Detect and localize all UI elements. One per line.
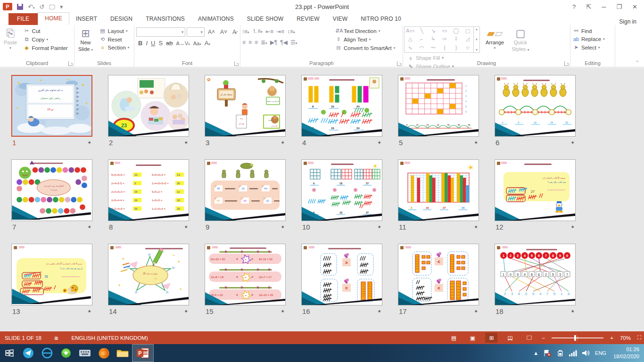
slide-thumbnail-18[interactable]: 1234567890 1094862537 2360947518 18✶ — [495, 244, 576, 315]
slide-thumbnail-4[interactable]: 8 16 24 8 16 24 4✶ — [301, 75, 382, 147]
internet-explorer-icon[interactable] — [38, 344, 57, 362]
start-slideshow-icon[interactable]: 🖵 — [49, 4, 55, 10]
slide-thumbnail-11[interactable]: ☀ 9 18 27 36 11✶ — [398, 159, 479, 231]
power-battery-icon[interactable] — [556, 350, 564, 356]
new-slide-button[interactable]: ⊞ New Slide ▾ — [75, 26, 96, 54]
powerpoint-taskbar-icon[interactable]: P — [132, 344, 154, 362]
slide-thumbnail-9[interactable]: 45 19 44 57 34 20 9✶ — [205, 159, 286, 231]
undo-icon[interactable]: ↶▾ — [28, 4, 34, 10]
drawing-dialog-launcher[interactable]: ↘ — [564, 61, 569, 66]
replace-button[interactable]: abReplace▾ — [571, 36, 606, 42]
animation-star-icon[interactable]: ✶ — [571, 224, 575, 230]
slide-thumbnail-6[interactable]: 05101520 6✶ — [495, 75, 576, 147]
cut-button[interactable]: ✂Cut — [22, 27, 69, 34]
reset-button[interactable]: ⟲Reset — [98, 36, 131, 43]
zoom-in-icon[interactable]: + — [610, 335, 613, 341]
arrange-button[interactable]: ▰▱ Arrange▾ — [483, 26, 507, 51]
clock[interactable]: 01:26 18/02/2020 — [611, 346, 639, 360]
animation-star-icon[interactable]: ✶ — [571, 140, 575, 145]
animation-star-icon[interactable]: ✶ — [378, 224, 381, 230]
help-icon[interactable]: ? — [572, 3, 576, 10]
animation-star-icon[interactable]: ✶ — [281, 224, 285, 230]
volume-icon[interactable] — [582, 350, 590, 356]
quick-styles-button[interactable]: ▢ Quick Styles ▾ — [509, 26, 532, 54]
animation-star-icon[interactable]: ✶ — [571, 309, 575, 314]
file-explorer-icon[interactable] — [113, 344, 132, 362]
align-text-button[interactable]: ⇳Align Text▾ — [334, 36, 396, 43]
underline-button[interactable]: U — [151, 40, 155, 47]
notes-toggle-icon[interactable]: ▤ — [447, 333, 460, 343]
animation-star-icon[interactable]: ✶ — [184, 140, 188, 145]
sign-in-link[interactable]: Sign in — [619, 18, 644, 25]
slide-thumbnail-13[interactable]: مريم 9 كتاب داستان و 27 كتاب علمی دارد، … — [11, 244, 92, 315]
on-screen-keyboard-icon[interactable] — [75, 344, 94, 362]
justify-button[interactable]: ≣▾ — [261, 39, 267, 46]
fit-slide-icon[interactable]: ⛶ — [637, 335, 641, 341]
zoom-out-icon[interactable]: − — [542, 335, 545, 341]
close-icon[interactable]: ✕ — [632, 3, 637, 10]
strikethrough-button[interactable]: ab — [166, 40, 173, 47]
slide-thumbnail-12[interactable]: سپيده 8 كتاب داستان دارد، چند كتاب ديگر … — [495, 159, 576, 231]
clipboard-dialog-launcher[interactable]: ↘ — [68, 61, 73, 66]
start-button[interactable] — [0, 344, 19, 362]
view-reading-icon[interactable]: 🕮 — [504, 333, 516, 343]
shapes-gallery[interactable]: A▭╲↘▭◯▢ △⌐↳⇨⇩◿ ∿◠〜{}☆ — [404, 26, 474, 53]
tab-nitro-pro[interactable]: NITRO PRO 10 — [354, 13, 408, 25]
animation-star-icon[interactable]: ✶ — [474, 309, 478, 314]
animation-star-icon[interactable]: ✶ — [88, 224, 91, 230]
restore-icon[interactable]: ❐ — [616, 3, 622, 10]
slide-thumbnail-3[interactable]: ✿ مسئله حل كن فرمان و درسها مدادقلم كار … — [205, 75, 286, 147]
action-center-flag-icon[interactable] — [544, 350, 551, 357]
decrease-indent-button[interactable]: ⇤≡ — [265, 28, 273, 35]
save-icon[interactable] — [17, 4, 23, 10]
slide-thumbnail-7[interactable]: آشكارساز دوره بازی چندبچرخيد ؟ 7✶ — [11, 159, 92, 231]
slide-thumbnail-2[interactable]: 23 2✶ — [108, 75, 189, 147]
tab-animations[interactable]: ANIMATIONS — [191, 13, 240, 25]
align-center-button[interactable]: ≡ — [248, 39, 252, 46]
animation-star-icon[interactable]: ✶ — [474, 140, 478, 145]
align-left-button[interactable]: ≡ — [242, 39, 246, 46]
increase-indent-button[interactable]: ⇥≡ — [276, 28, 284, 35]
language-indicator[interactable]: ENGLISH (UNITED KINGDOM) — [71, 335, 148, 341]
clear-formatting-button[interactable]: A̷ — [231, 28, 238, 36]
slide-thumbnail-8[interactable]: 5+5+5+5 =2+4+5-5 =2+4+6+3 =2+5+4-4 =2+2+… — [108, 159, 189, 231]
shapes-gallery-scrollbar[interactable]: ▲▼▼ — [474, 26, 480, 53]
network-signal-icon[interactable] — [569, 350, 577, 356]
green-browser-icon[interactable] — [57, 344, 75, 362]
font-color-button[interactable]: A▾ — [205, 40, 210, 47]
minimize-icon[interactable]: ─ — [602, 3, 606, 10]
convert-smartart-button[interactable]: ⊟Convert to SmartArt▾ — [334, 44, 396, 51]
font-dialog-launcher[interactable]: ↘ — [234, 61, 239, 66]
animation-star-icon[interactable]: ✶ — [88, 309, 91, 314]
slide-thumbnail-16[interactable]: > = 16✶ — [301, 244, 382, 315]
numbering-button[interactable]: ⒈≡▾ — [252, 27, 263, 35]
animation-star-icon[interactable]: ✶ — [281, 309, 285, 314]
view-normal-icon[interactable]: ▣ — [466, 333, 479, 343]
tab-home[interactable]: HOME — [38, 12, 69, 25]
font-name-combo[interactable]: ▾ — [136, 27, 185, 37]
italic-button[interactable]: I — [146, 40, 148, 47]
animation-star-icon[interactable]: ✶ — [88, 140, 91, 145]
tab-slideshow[interactable]: SLIDE SHOW — [240, 13, 290, 25]
animation-star-icon[interactable]: ✶ — [378, 309, 381, 314]
shadow-button[interactable]: S — [158, 40, 163, 47]
layout-button[interactable]: ▤Layout▾ — [98, 27, 131, 34]
align-right-button[interactable]: ≡ — [255, 39, 258, 46]
slide-thumbnail-15[interactable]: 20+30 = 5060-10 = 50 10+8 = 1810+7 = 17 … — [205, 244, 286, 315]
view-slide-sorter-icon[interactable]: ⊞ — [485, 333, 497, 343]
character-spacing-button[interactable]: A↔V▾ — [176, 41, 190, 46]
slide-thumbnail-14[interactable]: ✦✦✦✦✦ دوباره به عدد 29 ☆ 2928272625 14✶ — [108, 244, 189, 315]
ltr-direction-button[interactable]: ▶¶ — [270, 39, 278, 46]
powerpoint-app-icon[interactable]: P — [3, 3, 12, 10]
find-button[interactable]: ⚯Find — [571, 27, 606, 34]
language-switcher[interactable]: ENG — [595, 350, 606, 356]
columns-button[interactable]: ☰▾ — [290, 39, 297, 46]
copy-button[interactable]: ⧉Copy▾ — [22, 36, 69, 43]
animation-star-icon[interactable]: ✶ — [281, 140, 285, 145]
slide-thumbnail-1[interactable]: ★★★★★★★ به نام خداوند جان آفرین ریاضی او… — [11, 75, 92, 147]
slide-thumbnail-10[interactable]: ☀ 9 18 27 9 18 27 10✶ — [301, 159, 382, 231]
tab-design[interactable]: DESIGN — [104, 13, 139, 25]
tab-file[interactable]: FILE — [8, 13, 38, 25]
zoom-slider[interactable] — [552, 337, 603, 338]
redo-icon[interactable]: ↺ — [39, 4, 44, 10]
